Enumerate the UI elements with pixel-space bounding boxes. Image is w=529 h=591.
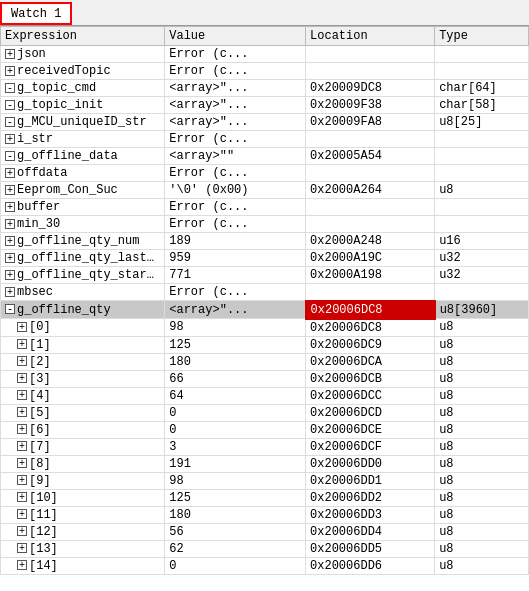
collapse-icon[interactable]: - xyxy=(5,151,15,161)
table-row[interactable]: +receivedTopicError (c... xyxy=(1,63,529,80)
cell-type: u8 xyxy=(435,353,529,370)
table-row[interactable]: +[6]00x20006DCEu8 xyxy=(1,421,529,438)
collapse-icon[interactable]: - xyxy=(5,83,15,93)
cell-type: u8 xyxy=(435,540,529,557)
expand-icon[interactable]: + xyxy=(5,66,15,76)
table-row[interactable]: +[12]560x20006DD4u8 xyxy=(1,523,529,540)
cell-location: 0x2000A198 xyxy=(306,267,435,284)
cell-expression: +receivedTopic xyxy=(1,63,165,80)
expand-icon[interactable]: + xyxy=(17,356,27,366)
expand-icon[interactable]: + xyxy=(5,168,15,178)
cell-expression: +[1] xyxy=(1,336,165,353)
expand-icon[interactable]: + xyxy=(17,339,27,349)
cell-expression: +g_offline_qty_num xyxy=(1,233,165,250)
expand-icon[interactable]: + xyxy=(5,202,15,212)
table-row[interactable]: +[0]980x20006DC8u8 xyxy=(1,319,529,337)
table-row[interactable]: +[5]00x20006DCDu8 xyxy=(1,404,529,421)
collapse-icon[interactable]: - xyxy=(5,100,15,110)
cell-location: 0x20009FA8 xyxy=(306,114,435,131)
cell-expression: +buffer xyxy=(1,199,165,216)
expand-icon[interactable]: + xyxy=(17,322,27,332)
cell-expression: +[8] xyxy=(1,455,165,472)
cell-value: 959 xyxy=(165,250,306,267)
expand-icon[interactable]: + xyxy=(17,560,27,570)
cell-type: u8 xyxy=(435,182,529,199)
watch-tab[interactable]: Watch 1 xyxy=(0,2,72,25)
cell-location: 0x20006DCC xyxy=(306,387,435,404)
table-row[interactable]: +[1]1250x20006DC9u8 xyxy=(1,336,529,353)
table-row[interactable]: +[2]1800x20006DCAu8 xyxy=(1,353,529,370)
table-row[interactable]: +offdataError (c... xyxy=(1,165,529,182)
cell-value: Error (c... xyxy=(165,46,306,63)
table-row[interactable]: +[13]620x20006DD5u8 xyxy=(1,540,529,557)
table-row[interactable]: +g_offline_qty_last_qty9590x2000A19Cu32 xyxy=(1,250,529,267)
expand-icon[interactable]: + xyxy=(17,407,27,417)
cell-expression: +[9] xyxy=(1,472,165,489)
expand-icon[interactable]: + xyxy=(17,424,27,434)
expand-icon[interactable]: + xyxy=(17,390,27,400)
cell-value: <array>"... xyxy=(165,97,306,114)
table-row[interactable]: +mbsecError (c... xyxy=(1,284,529,301)
table-row[interactable]: +Eeprom_Con_Suc'\0' (0x00)0x2000A264u8 xyxy=(1,182,529,199)
expand-icon[interactable]: + xyxy=(5,219,15,229)
cell-location: 0x20006DC9 xyxy=(306,336,435,353)
cell-location: 0x20006DCF xyxy=(306,438,435,455)
table-row[interactable]: +bufferError (c... xyxy=(1,199,529,216)
table-row[interactable]: +[11]1800x20006DD3u8 xyxy=(1,506,529,523)
table-row[interactable]: +[14]00x20006DD6u8 xyxy=(1,557,529,574)
expand-icon[interactable]: + xyxy=(17,509,27,519)
cell-type xyxy=(435,216,529,233)
expand-icon[interactable]: + xyxy=(17,458,27,468)
cell-type: u8 xyxy=(435,438,529,455)
expand-icon[interactable]: + xyxy=(17,492,27,502)
table-row[interactable]: +[7]30x20006DCFu8 xyxy=(1,438,529,455)
table-row[interactable]: +jsonError (c... xyxy=(1,46,529,63)
table-row[interactable]: -g_offline_qty<array>"...0x20006DC8u8[39… xyxy=(1,301,529,319)
cell-value: 98 xyxy=(165,472,306,489)
tab-bar: Watch 1 xyxy=(0,0,529,26)
watch-table: Expression Value Location Type +jsonErro… xyxy=(0,26,529,575)
expand-icon[interactable]: + xyxy=(5,253,15,263)
expand-icon[interactable]: + xyxy=(5,287,15,297)
table-row[interactable]: -g_MCU_uniqueID_str<array>"...0x20009FA8… xyxy=(1,114,529,131)
cell-type: u8 xyxy=(435,421,529,438)
expand-icon[interactable]: + xyxy=(17,441,27,451)
table-row[interactable]: +g_offline_qty_num1890x2000A248u16 xyxy=(1,233,529,250)
expand-icon[interactable]: + xyxy=(5,185,15,195)
table-row[interactable]: +g_offline_qty_start_qty7710x2000A198u32 xyxy=(1,267,529,284)
expand-icon[interactable]: + xyxy=(5,134,15,144)
expand-icon[interactable]: + xyxy=(5,236,15,246)
cell-location: 0x20006DCB xyxy=(306,370,435,387)
table-row[interactable]: +[10]1250x20006DD2u8 xyxy=(1,489,529,506)
table-row[interactable]: +i_strError (c... xyxy=(1,131,529,148)
cell-expression: -g_topic_init xyxy=(1,97,165,114)
expand-icon[interactable]: + xyxy=(5,49,15,59)
cell-expression: +[5] xyxy=(1,404,165,421)
cell-type: u8 xyxy=(435,455,529,472)
cell-value: '\0' (0x00) xyxy=(165,182,306,199)
table-row[interactable]: +[4]640x20006DCCu8 xyxy=(1,387,529,404)
cell-expression: +offdata xyxy=(1,165,165,182)
expand-icon[interactable]: + xyxy=(17,543,27,553)
expand-icon[interactable]: + xyxy=(17,373,27,383)
table-row[interactable]: -g_topic_cmd<array>"...0x20009DC8char[64… xyxy=(1,80,529,97)
col-header-location: Location xyxy=(306,27,435,46)
expand-icon[interactable]: + xyxy=(17,475,27,485)
collapse-icon[interactable]: - xyxy=(5,117,15,127)
cell-value: <array>"" xyxy=(165,148,306,165)
table-row[interactable]: +[3]660x20006DCBu8 xyxy=(1,370,529,387)
cell-value: Error (c... xyxy=(165,63,306,80)
cell-expression: +[0] xyxy=(1,319,165,337)
table-row[interactable]: +[8]1910x20006DD0u8 xyxy=(1,455,529,472)
table-row[interactable]: -g_topic_init<array>"...0x20009F38char[5… xyxy=(1,97,529,114)
table-row[interactable]: +[9]980x20006DD1u8 xyxy=(1,472,529,489)
table-row[interactable]: +min_30Error (c... xyxy=(1,216,529,233)
expand-icon[interactable]: + xyxy=(5,270,15,280)
cell-location: 0x20006DD6 xyxy=(306,557,435,574)
cell-value: 62 xyxy=(165,540,306,557)
cell-type: char[64] xyxy=(435,80,529,97)
expand-icon[interactable]: + xyxy=(17,526,27,536)
cell-type xyxy=(435,165,529,182)
table-row[interactable]: -g_offline_data<array>""0x20005A54 xyxy=(1,148,529,165)
collapse-icon[interactable]: - xyxy=(5,304,15,314)
